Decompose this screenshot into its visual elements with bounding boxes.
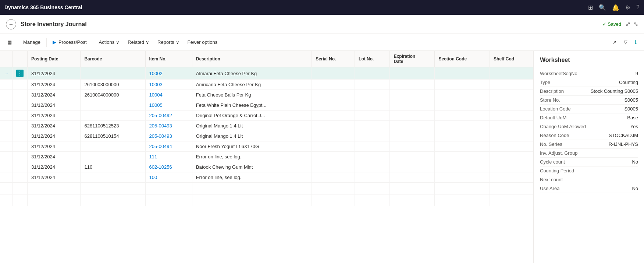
row-serial-no — [312, 90, 355, 100]
actions-label: Actions — [99, 39, 115, 45]
table-row[interactable]: 31/12/2024 205-00492 Original Pet Orange… — [0, 111, 533, 121]
row-serial-no — [312, 131, 355, 141]
filter-button[interactable]: ▽ — [621, 36, 630, 48]
table-row[interactable]: 31/12/2024 10005 Feta White Plain Cheese… — [0, 100, 533, 111]
row-item-no[interactable]: 10004 — [145, 90, 192, 100]
row-item-no[interactable]: 100 — [145, 172, 192, 183]
row-item-no[interactable]: 10002 — [145, 67, 192, 80]
row-description: Almarai Feta Cheese Per Kg — [192, 67, 312, 80]
row-menu-cell[interactable] — [13, 111, 28, 121]
worksheet-field-value: Yes — [630, 124, 638, 129]
search-icon[interactable]: 🔍 — [599, 4, 606, 11]
worksheet-title: Worksheet — [540, 57, 638, 63]
back-button[interactable]: ← — [6, 19, 16, 29]
row-item-no[interactable]: 205-00493 — [145, 121, 192, 131]
worksheet-field-row: Cycle count No — [540, 158, 638, 166]
row-menu-cell[interactable] — [13, 152, 28, 162]
manage-button[interactable]: Manage — [19, 36, 44, 48]
table-row[interactable]: → ⋮ 31/12/2024 10002 Almarai Feta Cheese… — [0, 67, 533, 80]
row-item-no[interactable]: 602-10256 — [145, 162, 192, 172]
worksheet-field-value: Stock Counting S0005 — [591, 88, 638, 94]
reports-button[interactable]: Reports ∨ — [154, 36, 183, 48]
row-menu-cell[interactable] — [13, 80, 28, 90]
row-posting-date: 31/12/2024 — [28, 131, 81, 141]
row-arrow-cell — [0, 131, 13, 141]
row-item-no[interactable]: 10003 — [145, 80, 192, 90]
row-item-no[interactable]: 205-00492 — [145, 111, 192, 121]
help-icon[interactable]: ? — [636, 4, 640, 11]
worksheet-field-label: Cycle count — [540, 159, 565, 165]
row-description: Original Pet Orange & Carrot J... — [192, 111, 312, 121]
row-description: Original Mango 1.4 Lit — [192, 131, 312, 141]
worksheet-field-row: Reason Code STOCKADJM — [540, 131, 638, 140]
topbar-icons: ⊞ 🔍 🔔 ⚙ ? — [588, 4, 640, 11]
row-menu-cell[interactable] — [13, 121, 28, 131]
expand-button[interactable]: ⤡ — [633, 21, 638, 28]
row-menu-cell[interactable] — [13, 141, 28, 152]
table-row[interactable]: 31/12/2024 6281100510154 205-00493 Origi… — [0, 131, 533, 141]
row-arrow-cell — [0, 100, 13, 111]
row-arrow-cell — [0, 152, 13, 162]
row-menu-cell[interactable] — [13, 100, 28, 111]
table-row[interactable]: 31/12/2024 2610003000000 10003 Amricana … — [0, 80, 533, 90]
row-item-no[interactable]: 10005 — [145, 100, 192, 111]
worksheet-field-value: No — [632, 186, 638, 191]
worksheet-field-value: S0005 — [624, 97, 638, 103]
info-button[interactable]: ℹ — [632, 36, 640, 48]
row-shelf-cod — [490, 131, 533, 141]
actions-button[interactable]: Actions ∨ — [95, 36, 124, 48]
row-expiration-date — [390, 172, 435, 183]
row-shelf-cod — [490, 90, 533, 100]
row-expiration-date — [390, 152, 435, 162]
row-menu-cell[interactable]: ⋮ — [13, 67, 28, 80]
row-serial-no — [312, 100, 355, 111]
table-row[interactable]: 31/12/2024 100 Error on line, see log. — [0, 172, 533, 183]
row-item-no[interactable]: 111 — [145, 152, 192, 162]
app-title: Dynamics 365 Business Central — [4, 4, 82, 10]
row-serial-no — [312, 80, 355, 90]
inventory-table: Posting Date Barcode Item No. Descriptio… — [0, 51, 533, 206]
related-button[interactable]: Related ∨ — [124, 36, 153, 48]
worksheet-field-label: Location Code — [540, 106, 571, 112]
row-item-no[interactable]: 205-00494 — [145, 141, 192, 152]
table-row[interactable]: 31/12/2024 6281100512523 205-00493 Origi… — [0, 121, 533, 131]
process-post-button[interactable]: ▶ Process/Post — [49, 36, 90, 48]
row-menu-cell[interactable] — [13, 90, 28, 100]
row-serial-no — [312, 67, 355, 80]
row-shelf-cod — [490, 100, 533, 111]
row-menu-cell[interactable] — [13, 162, 28, 172]
reports-chevron: ∨ — [176, 39, 179, 45]
table-row[interactable]: 31/12/2024 110 602-10256 Batook Chewing … — [0, 162, 533, 172]
row-serial-no — [312, 172, 355, 183]
row-expiration-date — [390, 67, 435, 80]
table-row[interactable]: 31/12/2024 2610004000000 10004 Feta Chee… — [0, 90, 533, 100]
table-row[interactable]: 31/12/2024 111 Error on line, see log. — [0, 152, 533, 162]
row-barcode: 110 — [81, 162, 145, 172]
row-description: Noor Fresh Yogurt Lf 6X170G — [192, 141, 312, 152]
open-new-window-button[interactable]: ⤢ — [626, 21, 630, 28]
grid-icon[interactable]: ⊞ — [588, 4, 593, 11]
share-button[interactable]: ↗ — [609, 36, 619, 48]
worksheet-field-label: WorksheetSeqNo — [540, 71, 577, 76]
reports-label: Reports — [157, 39, 174, 45]
row-section-code — [435, 172, 490, 183]
row-item-no[interactable]: 205-00493 — [145, 131, 192, 141]
share-icon: ↗ — [612, 39, 616, 45]
ribbon-separator-2 — [46, 38, 47, 47]
col-posting-date: Posting Date — [28, 51, 81, 67]
row-section-code — [435, 111, 490, 121]
row-shelf-cod — [490, 121, 533, 131]
fewer-options-button[interactable]: Fewer options — [184, 36, 221, 48]
row-menu-button[interactable]: ⋮ — [16, 70, 24, 77]
row-barcode — [81, 152, 145, 162]
settings-icon[interactable]: ⚙ — [625, 4, 630, 11]
row-posting-date: 31/12/2024 — [28, 80, 81, 90]
row-menu-cell[interactable] — [13, 172, 28, 183]
row-arrow-indicator: → — [4, 71, 8, 76]
row-expiration-date — [390, 80, 435, 90]
bell-icon[interactable]: 🔔 — [612, 4, 619, 11]
table-row[interactable]: 31/12/2024 205-00494 Noor Fresh Yogurt L… — [0, 141, 533, 152]
row-section-code — [435, 141, 490, 152]
table-view-button[interactable]: ▦ — [4, 36, 15, 48]
row-menu-cell[interactable] — [13, 131, 28, 141]
